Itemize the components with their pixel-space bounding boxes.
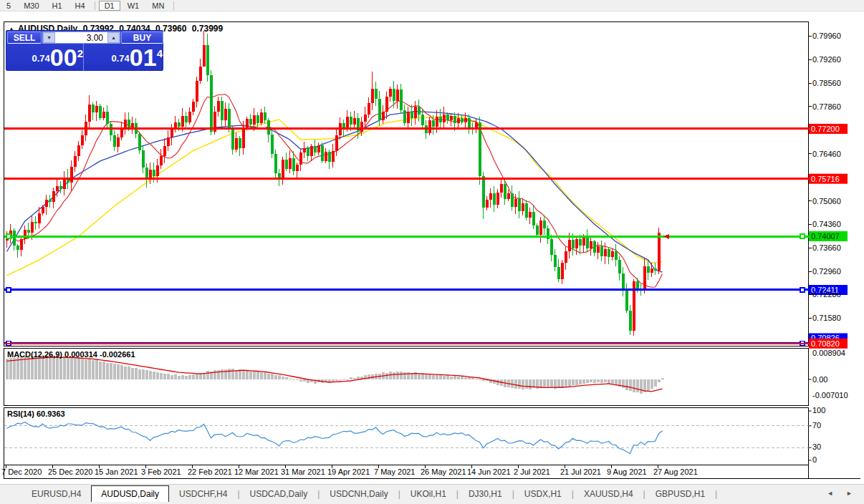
svg-text:0.75060: 0.75060 — [812, 197, 841, 205]
volume-increase-button[interactable]: ▴ — [107, 32, 120, 43]
timeframe-w1[interactable]: W1 — [122, 1, 145, 11]
svg-text:0.72960: 0.72960 — [812, 267, 841, 276]
macd-pane: MACD(12,26,9) 0.000314 -0.0026610.008904… — [6, 349, 848, 399]
date-axis: 7 Dec 202025 Dec 202015 Jan 20213 Feb 20… — [1, 465, 698, 477]
up-arrow-icon: ▴ — [112, 34, 115, 41]
symbol-tab-bar: EURUSD,H4AUDUSD,DailyUSDCHF,H4|USDCAD,Da… — [0, 484, 864, 502]
svg-text:0.72280: 0.72280 — [812, 290, 841, 299]
svg-text:0.71580: 0.71580 — [812, 314, 841, 322]
tab-usdcnh-daily[interactable]: USDCNH,Daily — [320, 486, 398, 502]
svg-text:0.77200: 0.77200 — [811, 125, 840, 133]
svg-text:0.79260: 0.79260 — [812, 55, 841, 64]
tab-scroll-left-icon[interactable]: ◄ — [827, 490, 839, 497]
svg-text:0.79960: 0.79960 — [812, 32, 841, 40]
tab-divider: | — [715, 486, 717, 502]
timeframe-toolbar: 5M30H1H4D1W1MN — [0, 0, 864, 11]
volume-stepper: ▾ ▴ — [42, 32, 120, 44]
toolbar-separator — [95, 1, 95, 10]
svg-text:0.73660: 0.73660 — [812, 243, 841, 252]
svg-text:70: 70 — [812, 421, 821, 430]
svg-text:0.008904: 0.008904 — [812, 349, 845, 357]
mt-terminal-window: 5M30H1H4D1W1MN 0.772000.757160.740070.72… — [0, 0, 864, 504]
sell-button[interactable]: SELL — [7, 32, 42, 44]
svg-text:27 Aug 2021: 27 Aug 2021 — [653, 467, 698, 476]
timeframe-mn[interactable]: MN — [146, 1, 170, 11]
volume-decrease-button[interactable]: ▾ — [43, 32, 55, 43]
svg-text:0.78560: 0.78560 — [812, 79, 841, 87]
ohlc-close: 0.73999 — [192, 24, 223, 34]
svg-text:0.74360: 0.74360 — [812, 220, 841, 228]
price-chart[interactable]: 0.772000.757160.740070.724110.708260.708… — [0, 11, 864, 504]
svg-text:2 Jul 2021: 2 Jul 2021 — [514, 467, 550, 476]
svg-text:12 Mar 2021: 12 Mar 2021 — [234, 467, 279, 476]
svg-text:-0.007010: -0.007010 — [812, 391, 848, 399]
svg-text:31 Mar 2021: 31 Mar 2021 — [281, 467, 325, 476]
volume-input[interactable] — [55, 32, 107, 43]
svg-text:21 Jul 2021: 21 Jul 2021 — [560, 467, 601, 476]
tab-audusd-daily[interactable]: AUDUSD,Daily — [91, 485, 169, 502]
svg-text:3 Feb 2021: 3 Feb 2021 — [141, 467, 181, 476]
tab-ukoil-h1[interactable]: UKOil,H1 — [400, 486, 456, 502]
svg-text:9 Aug 2021: 9 Aug 2021 — [607, 467, 647, 476]
svg-text:0.75716: 0.75716 — [811, 175, 840, 183]
svg-text:0.00: 0.00 — [812, 375, 827, 384]
timeframe-m30[interactable]: M30 — [18, 1, 44, 11]
svg-text:0.77860: 0.77860 — [812, 102, 841, 111]
svg-text:25 Dec 2020: 25 Dec 2020 — [48, 467, 92, 476]
svg-text:7 Dec 2020: 7 Dec 2020 — [1, 467, 42, 476]
tab-gbpusd-h1[interactable]: GBPUSD,H1 — [645, 486, 715, 502]
svg-text:7 May 2021: 7 May 2021 — [374, 467, 415, 476]
svg-text:0.76460: 0.76460 — [812, 150, 841, 158]
sell-price[interactable]: 0.74002 — [8, 44, 84, 71]
tab-usdcad-daily[interactable]: USDCAD,Daily — [240, 486, 318, 502]
svg-text:30: 30 — [812, 442, 821, 451]
buy-button[interactable]: BUY — [121, 32, 163, 44]
svg-text:26 May 2021: 26 May 2021 — [421, 467, 466, 476]
one-click-trading-panel: SELL ▾ ▴ BUY 0.74002 0.74014 — [6, 30, 163, 71]
pane-borders — [4, 22, 861, 479]
tab-xauusd-h4[interactable]: XAUUSD,H4 — [574, 486, 643, 502]
tab-usdchf-h4[interactable]: USDCHF,H4 — [169, 486, 237, 502]
svg-text:0.74007: 0.74007 — [811, 232, 840, 241]
svg-text:RSI(14) 60.9363: RSI(14) 60.9363 — [7, 410, 65, 418]
rsi-pane: RSI(14) 60.936310070300 — [4, 406, 825, 464]
buy-price[interactable]: 0.74014 — [87, 44, 163, 71]
timeframe-d1[interactable]: D1 — [99, 1, 120, 11]
svg-text:22 Feb 2021: 22 Feb 2021 — [188, 467, 232, 476]
level-lines-layer — [4, 129, 809, 346]
timeframe-5[interactable]: 5 — [1, 1, 16, 11]
timeframe-h4[interactable]: H4 — [69, 1, 91, 11]
svg-text:0.70820: 0.70820 — [811, 339, 840, 348]
tab-eurusd-h4[interactable]: EURUSD,H4 — [21, 486, 91, 502]
svg-text:19 Apr 2021: 19 Apr 2021 — [327, 467, 370, 476]
timeframe-h1[interactable]: H1 — [47, 1, 68, 11]
toolbar-separator — [173, 1, 174, 10]
moving-averages-layer — [7, 94, 663, 288]
down-arrow-icon: ▾ — [47, 34, 50, 41]
tab-dj30-h1[interactable]: DJ30,H1 — [459, 486, 512, 502]
tab-scroll-right-icon[interactable]: ► — [846, 490, 858, 497]
tab-usdx-h1[interactable]: USDX,H1 — [514, 486, 572, 502]
svg-text:14 Jun 2021: 14 Jun 2021 — [467, 467, 511, 476]
svg-text:MACD(12,26,9) 0.000314 -0.0026: MACD(12,26,9) 0.000314 -0.002661 — [7, 350, 135, 359]
chart-window: 0.772000.757160.740070.724110.708260.708… — [0, 11, 864, 484]
svg-text:0: 0 — [812, 455, 817, 464]
svg-text:100: 100 — [812, 406, 825, 415]
svg-text:15 Jan 2021: 15 Jan 2021 — [95, 467, 138, 476]
